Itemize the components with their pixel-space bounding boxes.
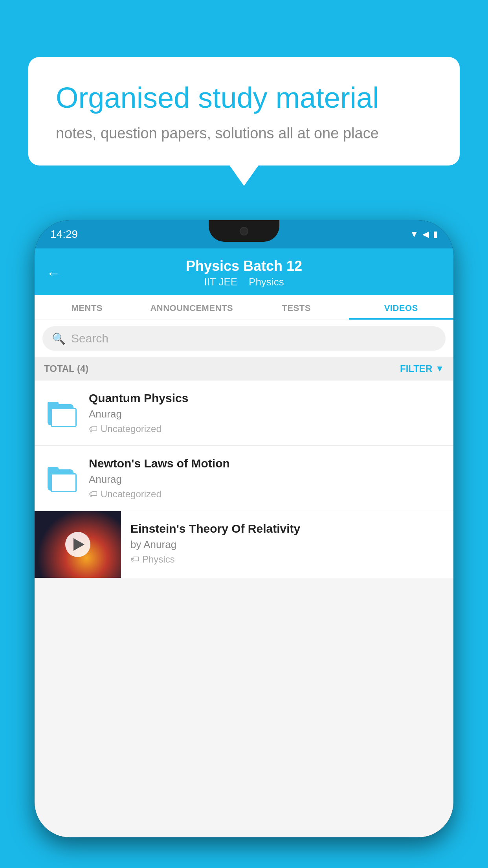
tab-announcements[interactable]: ANNOUNCEMENTS	[139, 295, 244, 320]
video-tag-row-quantum: 🏷 Uncategorized	[89, 423, 444, 434]
speech-bubble: Organised study material notes, question…	[28, 57, 460, 166]
phone-screen: 🔍 Search TOTAL (4) FILTER ▼	[35, 320, 453, 837]
filter-icon: ▼	[435, 364, 444, 374]
phone-screen-inner: 14:29 ▼ ◀ ▮ ← Physics Batch 12 IIT JEE	[35, 220, 453, 837]
play-triangle-icon	[73, 538, 84, 551]
status-bar: 14:29 ▼ ◀ ▮	[35, 220, 453, 248]
header-tag-physics: Physics	[249, 276, 284, 288]
tag-icon-newton: 🏷	[89, 489, 97, 499]
search-icon: 🔍	[52, 332, 66, 345]
bubble-title: Organised study material	[56, 81, 432, 116]
folder-icon-newton	[48, 465, 76, 492]
einstein-thumbnail	[35, 511, 121, 578]
header-tags: IIT JEE Physics	[186, 276, 302, 288]
app-header: ← Physics Batch 12 IIT JEE Physics	[35, 248, 453, 295]
video-info-newton: Newton's Laws of Motion Anurag 🏷 Uncateg…	[89, 457, 444, 500]
play-button-einstein[interactable]	[65, 532, 90, 557]
wifi-icon: ▼	[410, 229, 418, 239]
battery-icon: ▮	[433, 229, 438, 239]
video-tag-newton: Uncategorized	[101, 489, 161, 500]
tag-icon-einstein: 🏷	[130, 554, 139, 565]
tab-videos[interactable]: VIDEOS	[349, 295, 454, 320]
tab-tests[interactable]: TESTS	[244, 295, 349, 320]
tabs-bar: MENTS ANNOUNCEMENTS TESTS VIDEOS	[35, 295, 453, 320]
video-title-einstein: Einstein's Theory Of Relativity	[130, 522, 444, 535]
status-time: 14:29	[50, 228, 78, 241]
video-item-quantum[interactable]: Quantum Physics Anurag 🏷 Uncategorized	[35, 381, 453, 446]
video-tag-einstein: Physics	[142, 554, 175, 565]
video-title-quantum: Quantum Physics	[89, 392, 444, 405]
folder-icon-quantum	[48, 399, 76, 427]
tab-ments[interactable]: MENTS	[35, 295, 139, 320]
video-list: Quantum Physics Anurag 🏷 Uncategorized	[35, 381, 453, 578]
phone-container: 14:29 ▼ ◀ ▮ ← Physics Batch 12 IIT JEE	[35, 220, 453, 868]
video-thumb-newton	[44, 461, 79, 496]
header-tag-iitjee: IIT JEE	[204, 276, 237, 288]
video-item-einstein[interactable]: Einstein's Theory Of Relativity by Anura…	[35, 511, 453, 578]
phone-frame: 14:29 ▼ ◀ ▮ ← Physics Batch 12 IIT JEE	[35, 220, 453, 837]
video-title-newton: Newton's Laws of Motion	[89, 457, 444, 470]
search-input[interactable]: Search	[71, 332, 108, 345]
total-count: TOTAL (4)	[44, 363, 88, 374]
filter-button[interactable]: FILTER ▼	[400, 363, 444, 374]
notch	[209, 220, 279, 242]
video-author-quantum: Anurag	[89, 408, 444, 420]
search-bar[interactable]: 🔍 Search	[42, 326, 446, 351]
video-item-newton[interactable]: Newton's Laws of Motion Anurag 🏷 Uncateg…	[35, 446, 453, 511]
search-bar-container: 🔍 Search	[35, 320, 453, 357]
filter-bar: TOTAL (4) FILTER ▼	[35, 357, 453, 381]
bubble-subtitle: notes, question papers, solutions all at…	[56, 125, 432, 142]
filter-label: FILTER	[400, 363, 432, 374]
video-thumb-quantum	[44, 395, 79, 431]
status-icons: ▼ ◀ ▮	[410, 229, 438, 239]
video-author-newton: Anurag	[89, 473, 444, 485]
einstein-info: Einstein's Theory Of Relativity by Anura…	[121, 511, 453, 576]
video-info-quantum: Quantum Physics Anurag 🏷 Uncategorized	[89, 392, 444, 434]
camera	[240, 227, 248, 235]
video-tag-row-newton: 🏷 Uncategorized	[89, 489, 444, 500]
tag-icon-quantum: 🏷	[89, 424, 97, 434]
video-author-einstein: by Anurag	[130, 539, 444, 551]
video-tag-quantum: Uncategorized	[101, 423, 161, 434]
video-tag-row-einstein: 🏷 Physics	[130, 554, 444, 565]
header-title: Physics Batch 12	[186, 258, 302, 274]
header-center: Physics Batch 12 IIT JEE Physics	[186, 258, 302, 288]
signal-icon: ◀	[422, 229, 429, 239]
back-button[interactable]: ←	[46, 265, 61, 281]
